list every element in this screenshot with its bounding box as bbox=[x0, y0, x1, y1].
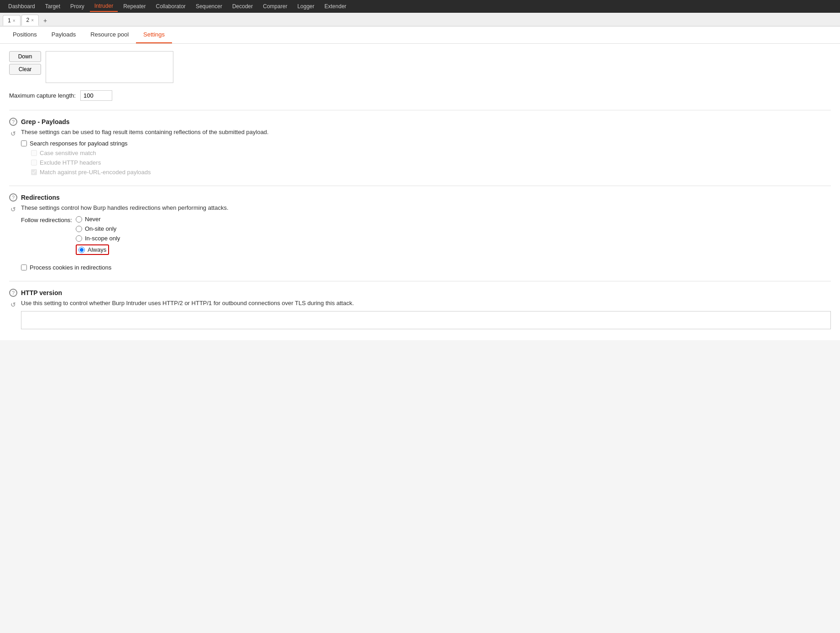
tab-2-label: 2 bbox=[26, 17, 30, 23]
http-version-box bbox=[21, 311, 831, 329]
nav-intruder[interactable]: Intruder bbox=[90, 1, 118, 12]
tab-2[interactable]: 2 × bbox=[21, 15, 39, 26]
grep-payloads-section: ? Grep - Payloads ↺ These settings can b… bbox=[9, 118, 831, 178]
grep-payloads-title: Grep - Payloads bbox=[21, 118, 70, 125]
subtab-payloads[interactable]: Payloads bbox=[44, 26, 83, 43]
max-capture-label: Maximum capture length: bbox=[9, 92, 76, 99]
redirections-row: ↺ These settings control how Burp handle… bbox=[9, 204, 831, 274]
radio-always-row: Always bbox=[76, 244, 120, 255]
match-pre-url-row: Match against pre-URL-encoded payloads bbox=[31, 169, 831, 176]
radio-always[interactable] bbox=[78, 247, 85, 253]
search-responses-row: Search responses for payload strings bbox=[21, 140, 831, 147]
radio-inscope[interactable] bbox=[76, 235, 82, 242]
nav-repeater[interactable]: Repeater bbox=[119, 1, 150, 11]
redirections-desc: These settings control how Burp handles … bbox=[21, 204, 831, 211]
radio-never[interactable] bbox=[76, 216, 82, 223]
radio-onsite-row: On-site only bbox=[76, 225, 120, 232]
divider-2 bbox=[9, 186, 831, 186]
redirections-body: These settings control how Burp handles … bbox=[21, 204, 831, 274]
http-version-reset-icon[interactable]: ↺ bbox=[9, 301, 17, 309]
http-version-help-icon[interactable]: ? bbox=[9, 289, 17, 297]
grep-payloads-desc: These settings can be used to flag resul… bbox=[21, 129, 831, 135]
http-version-row: ↺ Use this setting to control whether Bu… bbox=[9, 300, 831, 329]
case-sensitive-row: Case sensitive match bbox=[31, 150, 831, 156]
main-content: Down Clear Maximum capture length: ? Gre… bbox=[0, 44, 840, 340]
process-cookies-checkbox[interactable] bbox=[21, 265, 27, 270]
max-capture-input[interactable] bbox=[80, 90, 112, 101]
process-cookies-label: Process cookies in redirections bbox=[30, 264, 111, 271]
match-pre-url-label: Match against pre-URL-encoded payloads bbox=[40, 169, 151, 176]
redirections-reset-icon[interactable]: ↺ bbox=[9, 205, 17, 213]
grep-payloads-icons: ↺ bbox=[9, 129, 17, 138]
match-pre-url-checkbox[interactable] bbox=[31, 169, 37, 175]
http-version-section: ? HTTP version ↺ Use this setting to con… bbox=[9, 289, 831, 329]
grep-payloads-body: These settings can be used to flag resul… bbox=[21, 129, 831, 178]
radio-never-row: Never bbox=[76, 216, 120, 223]
tab-1-close[interactable]: × bbox=[13, 18, 16, 23]
radio-onsite-label: On-site only bbox=[85, 225, 116, 232]
radio-never-label: Never bbox=[85, 216, 101, 223]
redirections-title: Redirections bbox=[21, 194, 60, 201]
exclude-http-row: Exclude HTTP headers bbox=[31, 159, 831, 166]
clear-button[interactable]: Clear bbox=[9, 64, 41, 75]
sub-tabs: Positions Payloads Resource pool Setting… bbox=[0, 26, 840, 44]
process-cookies-row: Process cookies in redirections bbox=[21, 264, 831, 271]
tab-1[interactable]: 1 × bbox=[3, 15, 21, 26]
radio-inscope-row: In-scope only bbox=[76, 235, 120, 242]
nav-proxy[interactable]: Proxy bbox=[66, 1, 89, 11]
subtab-positions[interactable]: Positions bbox=[5, 26, 44, 43]
grep-payloads-help-icon[interactable]: ? bbox=[9, 118, 17, 126]
grep-payloads-row: ↺ These settings can be used to flag res… bbox=[9, 129, 831, 178]
add-tab-button[interactable]: + bbox=[40, 15, 51, 26]
redirections-icons: ↺ bbox=[9, 204, 17, 213]
subtab-settings[interactable]: Settings bbox=[136, 26, 172, 43]
divider-1 bbox=[9, 110, 831, 110]
tab-2-close[interactable]: × bbox=[31, 18, 34, 23]
redirections-help-icon[interactable]: ? bbox=[9, 193, 17, 202]
nav-decoder[interactable]: Decoder bbox=[228, 1, 257, 11]
http-version-title: HTTP version bbox=[21, 289, 62, 296]
case-sensitive-label: Case sensitive match bbox=[40, 150, 96, 156]
button-group: Down Clear bbox=[9, 51, 41, 75]
text-area[interactable] bbox=[46, 51, 173, 83]
http-version-icons: ↺ bbox=[9, 300, 17, 309]
exclude-http-label: Exclude HTTP headers bbox=[40, 159, 101, 166]
follow-redirections-label: Follow redirections: bbox=[21, 216, 72, 223]
nav-logger[interactable]: Logger bbox=[293, 1, 319, 11]
nav-dashboard[interactable]: Dashboard bbox=[4, 1, 40, 11]
search-responses-checkbox[interactable] bbox=[21, 140, 27, 146]
max-capture-row: Maximum capture length: bbox=[9, 90, 831, 101]
nav-sequencer[interactable]: Sequencer bbox=[191, 1, 227, 11]
divider-3 bbox=[9, 281, 831, 281]
redirections-section: ? Redirections ↺ These settings control … bbox=[9, 193, 831, 274]
subtab-resource-pool[interactable]: Resource pool bbox=[83, 26, 136, 43]
radio-group: Never On-site only In-scope only bbox=[76, 216, 120, 255]
radio-inscope-label: In-scope only bbox=[85, 235, 120, 242]
http-version-body: Use this setting to control whether Burp… bbox=[21, 300, 831, 329]
radio-onsite[interactable] bbox=[76, 226, 82, 232]
nav-collaborator[interactable]: Collaborator bbox=[151, 1, 190, 11]
top-controls: Down Clear bbox=[9, 51, 831, 83]
top-nav: Dashboard Target Proxy Intruder Repeater… bbox=[0, 0, 840, 13]
follow-redirections-row: Follow redirections: Never On-site only bbox=[21, 216, 831, 259]
tab-1-label: 1 bbox=[8, 17, 11, 24]
redirections-header: ? Redirections bbox=[9, 193, 831, 202]
exclude-http-checkbox[interactable] bbox=[31, 160, 37, 166]
http-version-header: ? HTTP version bbox=[9, 289, 831, 297]
search-responses-label: Search responses for payload strings bbox=[30, 140, 128, 147]
tab-bar: 1 × 2 × + bbox=[0, 13, 840, 26]
radio-always-label: Always bbox=[88, 246, 106, 253]
grep-payloads-reset-icon[interactable]: ↺ bbox=[9, 130, 17, 138]
grep-payloads-header: ? Grep - Payloads bbox=[9, 118, 831, 126]
case-sensitive-checkbox[interactable] bbox=[31, 150, 37, 156]
down-button[interactable]: Down bbox=[9, 51, 41, 62]
nav-comparer[interactable]: Comparer bbox=[258, 1, 292, 11]
nav-extender[interactable]: Extender bbox=[320, 1, 351, 11]
http-version-desc: Use this setting to control whether Burp… bbox=[21, 300, 831, 306]
nav-target[interactable]: Target bbox=[41, 1, 65, 11]
always-highlight-box: Always bbox=[76, 244, 109, 255]
